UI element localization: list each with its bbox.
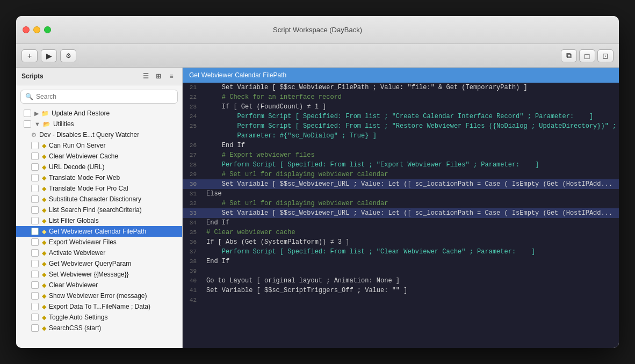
code-line-25b: Parameter: #{"sc_NoDialog" ; True} ] (183, 131, 619, 141)
diamond-icon-export-data: ◆ (42, 303, 46, 310)
search-input[interactable] (36, 93, 173, 100)
item-label-dev: Dev - Disables E...t Query Watcher (39, 131, 178, 139)
sidebar-item-activate-webviewer[interactable]: ◆ Activate Webviewer (16, 247, 182, 258)
detail-view-icon[interactable]: ≡ (166, 72, 177, 81)
item-label-get-filepath: Get Webviewer Calendar FilePath (49, 228, 178, 235)
checkbox-can-run[interactable] (31, 142, 39, 149)
sidebar-item-export-webviewer[interactable]: ◆ Export Webviewer Files (16, 237, 182, 247)
code-line-37: 37 Perform Script [ Specified: From list… (183, 247, 619, 257)
editor-content[interactable]: 21 Set Variable [ $$sc_Webviewer_FilePat… (183, 83, 619, 348)
checkbox-toggle-auto[interactable] (31, 314, 39, 321)
sidebar-item-can-run-on-server[interactable]: ◆ Can Run On Server (16, 140, 182, 151)
view-single-button[interactable]: ◻ (579, 49, 595, 62)
code-line-23: 23 If [ Get (FoundCount) ≠ 1 ] (183, 102, 619, 112)
sidebar-item-url-decode[interactable]: ◆ URL Decode (URL) (16, 162, 182, 172)
sidebar-item-clear-webviewer-cache[interactable]: ◆ Clear Webviewer Cache (16, 151, 182, 162)
checkbox-set-webviewer[interactable] (31, 271, 39, 278)
line-num-37: 37 (183, 249, 202, 255)
add-button[interactable]: + (21, 49, 38, 62)
editor-area: Get Webviewer Calendar FilePath 21 Set V… (183, 68, 619, 348)
sidebar-item-list-search[interactable]: ◆ List Search Find (searchCriteria) (16, 205, 182, 215)
minimize-button[interactable] (33, 26, 40, 33)
sidebar-item-toggle-auto[interactable]: ◆ Toggle Auto Settings (16, 312, 182, 323)
run-button[interactable]: ▶ (41, 49, 57, 62)
settings-button[interactable]: ⚙ (60, 49, 76, 62)
sidebar-item-translate-pro[interactable]: ◆ Translate Mode For Pro Cal (16, 183, 182, 194)
sidebar-header: Scripts ☰ ⊞ ≡ (16, 68, 182, 85)
copy-button[interactable]: ⧉ (561, 49, 577, 62)
checkbox-queryparam[interactable] (31, 260, 39, 267)
checkbox-activate[interactable] (31, 249, 39, 257)
checkbox-clear-cache[interactable] (31, 152, 39, 160)
line-num-38: 38 (183, 258, 202, 265)
checkbox-searchcss[interactable] (31, 324, 39, 332)
line-num-36: 36 (183, 239, 202, 245)
close-button[interactable] (23, 26, 30, 33)
item-label-url-decode: URL Decode (URL) (49, 163, 178, 171)
grid-view-icon[interactable]: ⊞ (153, 72, 164, 81)
maximize-button[interactable] (44, 26, 51, 33)
line-content-24: Perform Script [ Specified: From list ; … (202, 112, 619, 121)
sidebar-item-list-filter[interactable]: ◆ List Filter Globals (16, 215, 182, 226)
sidebar-item-get-webviewer-filepath[interactable]: ◆ Get Webviewer Calendar FilePath (16, 226, 182, 237)
checkbox-list-search[interactable] (31, 206, 39, 214)
line-content-25b: Parameter: #{"sc_NoDialog" ; True} ] (202, 132, 619, 140)
item-label-update-restore: Update And Restore (52, 110, 178, 117)
checkbox-clear-webviewer[interactable] (31, 281, 39, 289)
sidebar-item-export-data[interactable]: ◆ Export Data To T...FileName ; Data) (16, 301, 182, 312)
item-label-utilities: Utilities (53, 120, 178, 128)
line-content-29: # Set url for displaying webviewer calen… (202, 170, 619, 179)
line-content-37: Perform Script [ Specified: From list ; … (202, 247, 619, 256)
item-label-clear-webviewer: Clear Webviewer (49, 281, 178, 289)
sidebar-item-translate-web[interactable]: ◆ Translate Mode For Web (16, 172, 182, 183)
line-content-31: Else (202, 190, 619, 198)
code-line-36: 36 If [ Abs (Get (SystemPlatform)) ≠ 3 ] (183, 237, 619, 247)
line-content-39 (202, 271, 619, 272)
sidebar-item-utilities[interactable]: ▼ 📂 Utilities (16, 119, 182, 129)
line-num-29: 29 (183, 171, 202, 178)
checkbox-export-data[interactable] (31, 303, 39, 310)
toolbar-right: ⧉ ◻ ⊡ (561, 49, 614, 62)
sidebar-item-clear-webviewer[interactable]: ◆ Clear Webviewer (16, 280, 182, 290)
diamond-icon-translate-web: ◆ (42, 174, 46, 181)
list-view-icon[interactable]: ☰ (140, 72, 151, 81)
checkbox-get-filepath[interactable] (31, 228, 39, 235)
view-split-button[interactable]: ⊡ (597, 49, 614, 62)
sidebar-item-update-restore[interactable]: ▶ 📁 Update And Restore (16, 108, 182, 119)
item-label-activate: Activate Webviewer (49, 249, 178, 257)
line-content-21: Set Variable [ $$sc_Webviewer_FilePath ;… (202, 83, 619, 92)
line-content-35: # Clear webviewer cache (202, 228, 619, 237)
checkbox-list-filter[interactable] (31, 217, 39, 224)
sidebar-item-set-webviewer[interactable]: ◆ Set Webviewer {{Message}} (16, 269, 182, 280)
line-num-23: 23 (183, 104, 202, 110)
checkbox-export-webviewer[interactable] (31, 238, 39, 246)
code-line-21: 21 Set Variable [ $$sc_Webviewer_FilePat… (183, 83, 619, 92)
sidebar-item-substitute-char[interactable]: ◆ Substitute Character Disctionary (16, 194, 182, 205)
sidebar-item-show-error[interactable]: ◆ Show Webviewer Error (message) (16, 290, 182, 301)
line-content-38: End If (202, 257, 619, 266)
line-num-40: 40 (183, 278, 202, 284)
checkbox-substitute[interactable] (31, 195, 39, 203)
checkbox-update-restore[interactable] (24, 110, 31, 117)
code-line-30: 30 Set Variable [ $$sc_Webviewer_URL ; V… (183, 179, 619, 189)
checkbox-translate-pro[interactable] (31, 185, 39, 192)
sidebar-item-dev-disables[interactable]: ⚙ Dev - Disables E...t Query Watcher (16, 129, 182, 140)
sidebar-item-get-queryparam[interactable]: ◆ Get Webviewer QueryParam (16, 258, 182, 269)
checkbox-show-error[interactable] (31, 292, 39, 300)
code-line-33: 33 Set Variable [ $$sc_Webviewer_URL ; V… (183, 208, 619, 218)
code-line-34: 34 End If (183, 218, 619, 228)
editor-title: Get Webviewer Calendar FilePath (189, 71, 286, 79)
line-num-32: 32 (183, 200, 202, 207)
checkbox-url-decode[interactable] (31, 163, 39, 171)
code-line-40: 40 Go to Layout [ original layout ; Anim… (183, 276, 619, 286)
folder-open-icon: 📂 (43, 121, 50, 128)
triangle-down-icon: ▼ (34, 121, 40, 127)
titlebar: Script Workspace (DayBack) (16, 16, 619, 44)
checkbox-translate-web[interactable] (31, 174, 39, 181)
code-line-42: 42 (183, 295, 619, 305)
sidebar-item-searchcss[interactable]: ◆ SearchCSS (start) (16, 323, 182, 333)
item-label-list-search: List Search Find (searchCriteria) (49, 206, 178, 214)
line-content-30: Set Variable [ $$sc_Webviewer_URL ; Valu… (202, 180, 619, 188)
line-content-33: Set Variable [ $$sc_Webviewer_URL ; Valu… (202, 209, 619, 217)
checkbox-utilities[interactable] (24, 120, 31, 128)
